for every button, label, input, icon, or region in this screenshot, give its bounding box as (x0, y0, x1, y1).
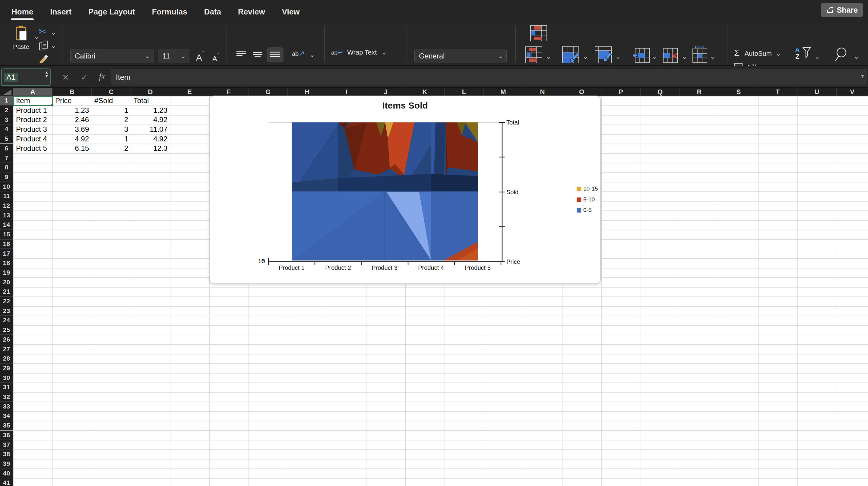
row-header-25[interactable]: 25 (0, 325, 13, 335)
row-header-33[interactable]: 33 (0, 401, 13, 411)
format-cells-chevron[interactable]: ⌄ (710, 53, 715, 60)
row-header-9[interactable]: 9 (0, 172, 13, 182)
row-header-11[interactable]: 11 (0, 191, 13, 201)
format-cells-icon[interactable] (691, 45, 708, 63)
cell-B6[interactable]: 6.15 (53, 144, 92, 154)
row-header-4[interactable]: 4 (0, 125, 13, 134)
row-header-19[interactable]: 19 (0, 268, 13, 278)
row-header-16[interactable]: 16 (0, 239, 13, 249)
column-header-O[interactable]: O (562, 88, 601, 96)
row-header-28[interactable]: 28 (0, 354, 13, 364)
row-header-21[interactable]: 21 (0, 287, 13, 297)
wrap-text-button[interactable]: ab↩ Wrap Text ⌄ (331, 48, 386, 56)
shrink-font-button[interactable]: Aˇ (212, 52, 219, 63)
row-header-3[interactable]: 3 (0, 115, 13, 125)
column-header-I[interactable]: I (327, 88, 366, 96)
sort-filter-chevron[interactable]: ⌄ (814, 53, 820, 60)
cell-C6[interactable]: 2 (92, 144, 131, 154)
column-header-R[interactable]: R (680, 88, 719, 96)
row-header-34[interactable]: 34 (0, 411, 13, 421)
share-button[interactable]: Share (820, 3, 863, 17)
column-header-E[interactable]: E (170, 88, 209, 96)
tab-formulas[interactable]: Formulas (151, 3, 188, 20)
row-header-12[interactable]: 12 (0, 201, 13, 211)
cell-C4[interactable]: 3 (92, 125, 131, 134)
grow-font-button[interactable]: Aˆ (196, 50, 205, 63)
row-header-18[interactable]: 18 (0, 258, 13, 268)
orientation-chevron[interactable]: ⌄ (309, 52, 315, 58)
column-header-U[interactable]: U (798, 88, 837, 96)
selected-cell-outline[interactable] (13, 96, 53, 106)
paste-button[interactable]: Paste (7, 25, 36, 58)
row-header-20[interactable]: 20 (0, 278, 13, 287)
cell-B3[interactable]: 2.46 (53, 115, 92, 125)
cell-C3[interactable]: 2 (92, 115, 131, 125)
cell-styles-icon[interactable] (595, 46, 612, 64)
cell-C2[interactable]: 1 (92, 105, 131, 115)
row-header-2[interactable]: 2 (0, 105, 13, 115)
cell-B1[interactable]: Price (53, 96, 92, 105)
tab-data[interactable]: Data (204, 3, 222, 20)
cell-B2[interactable]: 1.23 (53, 105, 92, 115)
row-header-23[interactable]: 23 (0, 306, 13, 316)
row-header-30[interactable]: 30 (0, 373, 13, 383)
row-header-8[interactable]: 8 (0, 163, 13, 172)
cancel-icon[interactable]: ✕ (62, 73, 69, 82)
row-header-14[interactable]: 14 (0, 220, 13, 230)
legend-item[interactable]: 0-5 (577, 206, 591, 214)
column-header-N[interactable]: N (523, 88, 562, 96)
row-header-7[interactable]: 7 (0, 153, 13, 163)
row-header-17[interactable]: 17 (0, 249, 13, 258)
align-middle-button[interactable] (252, 50, 263, 60)
column-header-C[interactable]: C (92, 88, 131, 96)
column-header-S[interactable]: S (719, 88, 758, 96)
fill-handle[interactable] (51, 104, 54, 107)
row-header-13[interactable]: 13 (0, 210, 13, 220)
row-header-32[interactable]: 32 (0, 392, 13, 402)
column-header-Q[interactable]: Q (641, 88, 680, 96)
cell-A6[interactable]: Product 5 (13, 144, 53, 154)
cell-D4[interactable]: 11.07 (131, 125, 170, 134)
row-header-6[interactable]: 6 (0, 144, 13, 154)
align-bottom-button[interactable] (267, 47, 283, 62)
enter-icon[interactable]: ✓ (81, 73, 88, 82)
cell-A3[interactable]: Product 2 (13, 115, 53, 125)
copy-button[interactable] (39, 40, 49, 52)
row-header-31[interactable]: 31 (0, 383, 13, 392)
delete-cells-chevron[interactable]: ⌄ (682, 53, 687, 60)
font-size-combo[interactable]: 11 ⌄ (158, 49, 189, 63)
conditional-formatting-chevron[interactable]: ⌄ (546, 53, 551, 60)
column-header-H[interactable]: H (288, 88, 327, 96)
row-header-22[interactable]: 22 (0, 297, 13, 306)
row-header-37[interactable]: 37 (0, 440, 13, 450)
tab-home[interactable]: Home (11, 3, 34, 20)
format-as-table-icon[interactable] (562, 46, 580, 64)
autosum-button[interactable]: Σ AutoSum ⌄ (734, 48, 781, 58)
format-painter-button[interactable] (39, 53, 50, 65)
row-header-27[interactable]: 27 (0, 344, 13, 354)
row-header-29[interactable]: 29 (0, 364, 13, 373)
column-header-B[interactable]: B (53, 88, 92, 96)
cut-button[interactable]: ✂ (39, 26, 46, 37)
cell-D3[interactable]: 4.92 (131, 115, 170, 125)
cell-D1[interactable]: Total (131, 96, 170, 105)
legend-item[interactable]: 10-15 (577, 185, 598, 193)
insert-cells-chevron[interactable]: ⌄ (651, 53, 657, 60)
select-all-corner[interactable] (0, 88, 13, 96)
row-header-38[interactable]: 38 (0, 450, 13, 459)
cut-dropdown-chevron[interactable]: ⌄ (51, 29, 56, 36)
formula-input[interactable]: Item (111, 69, 867, 85)
tab-page-layout[interactable]: Page Layout (88, 3, 136, 20)
formula-bar-expand-icon[interactable]: ▼ (860, 74, 865, 79)
conditional-formatting-icon[interactable] (525, 46, 543, 64)
column-header-D[interactable]: D (131, 88, 170, 96)
column-header-L[interactable]: L (444, 88, 484, 96)
cell-C5[interactable]: 1 (92, 134, 131, 144)
column-header-F[interactable]: F (209, 88, 249, 96)
column-header-M[interactable]: M (484, 88, 523, 96)
column-header-K[interactable]: K (405, 88, 444, 96)
row-header-35[interactable]: 35 (0, 421, 13, 430)
copy-dropdown-chevron[interactable]: ⌄ (51, 42, 56, 49)
row-header-39[interactable]: 39 (0, 459, 13, 469)
row-header-41[interactable]: 41 (0, 478, 13, 486)
